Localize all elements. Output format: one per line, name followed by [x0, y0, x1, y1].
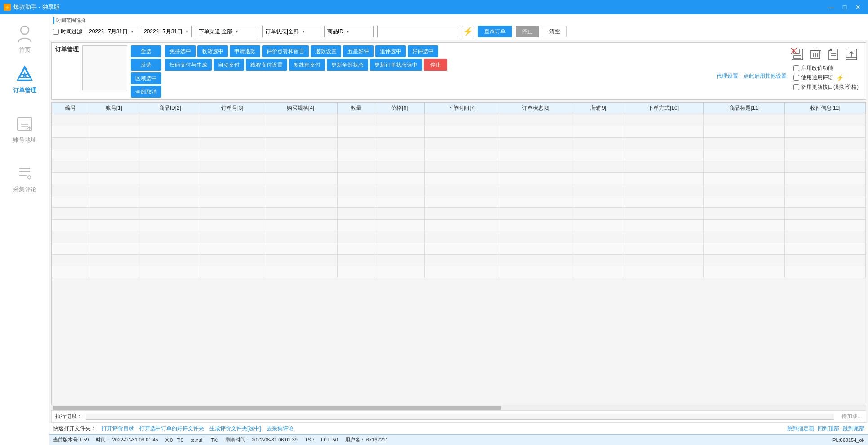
request-refund-button[interactable]: 申请退款 — [230, 45, 260, 57]
order-table-container[interactable]: 编号 账号[1] 商品ID[2] 订单号[3] 购买规格[4] 数量 价格[6]… — [51, 102, 866, 405]
proxy-settings-link[interactable]: 代理设置 — [717, 72, 738, 80]
right-icon-panel: 启用改价功能 使用通用评语 ⚡ 备用更新接口(刷新价格) — [787, 45, 862, 93]
scan-pay-button[interactable]: 扫码支付与生成 — [165, 59, 212, 71]
col-spec: 购买规格[4] — [263, 103, 338, 114]
app-title: 爆款助手 - 独享版 — [13, 3, 60, 11]
multi-thread-pay-button[interactable]: 多线程支付 — [289, 59, 325, 71]
use-universal-review-checkbox[interactable] — [793, 75, 799, 81]
update-order-status-button[interactable]: 更新订单状态选中 — [370, 59, 422, 71]
sidebar-item-home[interactable]: 首页 — [0, 19, 49, 59]
col-order-method: 下单方式[10] — [623, 103, 704, 114]
region-select-button[interactable]: 区域选中 — [131, 72, 161, 84]
backup-refresh-checkbox[interactable] — [793, 84, 799, 90]
delete-icon — [808, 47, 823, 62]
lightning-button[interactable]: ⚡ — [462, 26, 474, 37]
channel-label: 下单渠道|全部 — [199, 28, 232, 36]
maximize-button[interactable]: □ — [838, 2, 851, 12]
col-qty: 数量 — [338, 103, 374, 114]
col-shop: 店铺[9] — [573, 103, 623, 114]
table-row — [52, 161, 866, 173]
invert-select-button[interactable]: 反选 — [131, 59, 161, 71]
order-mgmt-icon — [15, 65, 35, 85]
free-assemble-button[interactable]: 免拼选中 — [165, 45, 196, 57]
time-filter-checkbox[interactable] — [53, 29, 59, 35]
delete-icon-btn[interactable] — [808, 47, 823, 62]
remain-label: 剩余时间： 2022-08-31 06:01:39 — [226, 436, 298, 443]
follow-review-button[interactable]: 追评选中 — [375, 45, 406, 57]
table-row — [52, 220, 866, 231]
sidebar-item-collect-review[interactable]: 采集评论 — [0, 158, 49, 199]
cancel-all-button[interactable]: 全部取消 — [131, 86, 161, 98]
table-row — [52, 138, 866, 149]
version-label: 当前版本号:1.59 — [53, 436, 89, 443]
open-good-review-folder-link[interactable]: 打开选中订单的好评文件夹 — [139, 425, 204, 432]
backup-refresh-checkbox-row[interactable]: 备用更新接口(刷新价格) — [793, 83, 859, 91]
use-universal-review-label: 使用通用评语 — [801, 74, 833, 81]
table-row — [52, 184, 866, 196]
line-pay-settings-button[interactable]: 线程支付设置 — [246, 59, 287, 71]
end-date-value: 2022年 7月31日 — [144, 28, 183, 36]
generate-review-folder-link[interactable]: 生成评价文件夹[选中] — [209, 425, 261, 432]
ts-label: TS： T:0 F:50 — [305, 436, 338, 443]
horizontal-scrollbar[interactable] — [51, 405, 866, 410]
receive-goods-button[interactable]: 收货选中 — [197, 45, 228, 57]
clear-button[interactable]: 清空 — [543, 26, 567, 37]
collect-review-link[interactable]: 去采集评论 — [267, 425, 294, 432]
export-icon-btn[interactable] — [844, 47, 859, 62]
progress-label: 执行进度： — [55, 413, 82, 420]
discard-icon-btn[interactable] — [826, 47, 841, 62]
good-review-button[interactable]: 好评选中 — [408, 45, 438, 57]
channel-select[interactable]: 下单渠道|全部 — [196, 26, 258, 37]
refund-settings-button[interactable]: 退款设置 — [311, 45, 341, 57]
table-row — [52, 243, 866, 255]
auto-payment-button[interactable]: 自动支付 — [214, 59, 244, 71]
query-order-button[interactable]: 查询订单 — [478, 26, 512, 37]
col-number: 编号 — [52, 103, 89, 114]
toolbar-controls-row: 时间过滤 2022年 7月31日 2022年 7月31日 下单渠道|全部 订单状… — [53, 26, 864, 37]
table-row — [52, 114, 866, 126]
sidebar-item-order-mgmt[interactable]: 订单管理 — [0, 59, 49, 100]
end-date-dropdown[interactable]: 2022年 7月31日 — [141, 26, 192, 37]
bottom-links-label: 快速打开文件夹： — [53, 425, 96, 432]
product-select[interactable]: 商品ID — [324, 26, 374, 37]
col-product-id: 商品ID[2] — [139, 103, 201, 114]
bottom-link-bar: 快速打开文件夹： 打开评价目录 打开选中订单的好评文件夹 生成评价文件夹[选中]… — [49, 423, 868, 434]
table-row — [52, 149, 866, 161]
save-icon-btn[interactable] — [790, 47, 805, 62]
enable-price-change-checkbox-row[interactable]: 启用改价功能 — [793, 64, 859, 72]
select-all-button[interactable]: 全选 — [131, 45, 161, 57]
sidebar-home-label: 首页 — [19, 46, 31, 54]
col-order-time: 下单时间[7] — [425, 103, 499, 114]
time-filter-group: 时间过滤 — [53, 28, 82, 36]
jump-buttons: 跳到指定项 回到顶部 跳到尾部 — [787, 425, 864, 432]
sidebar-collect-label: 采集评论 — [13, 185, 36, 193]
enable-other-settings-link[interactable]: 点此启用其他设置 — [743, 72, 787, 80]
col-account: 账号[1] — [89, 103, 139, 114]
jump-to-end-btn[interactable]: 跳到尾部 — [843, 425, 864, 432]
enable-price-change-checkbox[interactable] — [793, 65, 799, 71]
action-row-1: 免拼选中 收货选中 申请退款 评价点赞和留言 退款设置 五星好评 追评选中 好评… — [165, 45, 787, 57]
panel-stop-button[interactable]: 停止 — [424, 59, 447, 71]
home-icon — [15, 24, 35, 44]
open-review-dir-link[interactable]: 打开评价目录 — [102, 425, 134, 432]
minimize-button[interactable]: — — [825, 2, 837, 12]
status-select[interactable]: 订单状态|全部 — [262, 26, 320, 37]
five-star-button[interactable]: 五星好评 — [343, 45, 374, 57]
select-buttons: 全选 反选 区域选中 全部取消 — [131, 45, 161, 98]
use-universal-review-checkbox-row[interactable]: 使用通用评语 ⚡ — [793, 74, 859, 81]
rate-comment-button[interactable]: 评价点赞和留言 — [262, 45, 309, 57]
time-range-toolbar: 时间范围选择 时间过滤 2022年 7月31日 2022年 7月31日 下单渠道… — [49, 14, 868, 40]
content-area: 时间范围选择 时间过滤 2022年 7月31日 2022年 7月31日 下单渠道… — [49, 14, 868, 445]
search-input[interactable] — [377, 26, 458, 37]
start-date-dropdown[interactable]: 2022年 7月31日 — [86, 26, 137, 37]
col-order-no: 订单号[3] — [201, 103, 263, 114]
stop-button[interactable]: 停止 — [516, 26, 539, 37]
sidebar-account-label: 账号地址 — [13, 136, 36, 144]
enable-price-change-label: 启用改价功能 — [801, 64, 833, 72]
progress-track — [86, 414, 834, 420]
update-all-status-button[interactable]: 更新全部状态 — [327, 59, 368, 71]
sidebar-item-account-addr[interactable]: 账号地址 — [0, 109, 49, 149]
back-to-top-btn[interactable]: 回到顶部 — [818, 425, 839, 432]
close-button[interactable]: ✕ — [852, 2, 864, 12]
jump-to-specified-btn[interactable]: 跳到指定项 — [787, 425, 814, 432]
